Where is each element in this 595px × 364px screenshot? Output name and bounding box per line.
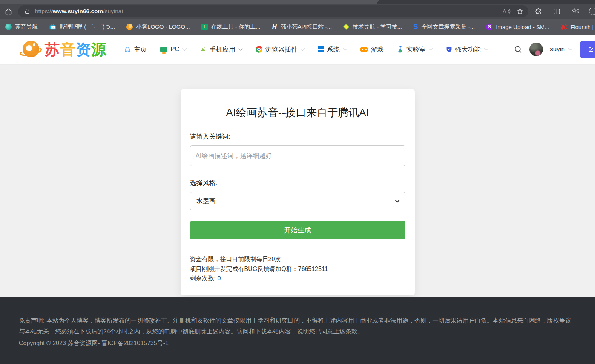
note-daily-limit: 资金有限，接口目前限制每日20次	[190, 254, 405, 264]
s-favicon: S	[413, 23, 418, 31]
window-top-strip	[0, 0, 595, 4]
chevron-down-icon	[182, 46, 187, 50]
nav-item-system[interactable]: 系统	[318, 45, 347, 54]
android-icon	[200, 47, 207, 52]
bookmark-xiaozhi-logo[interactable]: 小智LOGO - LOGO...	[126, 23, 190, 31]
url-path: /suyinai	[103, 8, 123, 14]
split-screen-icon	[553, 8, 561, 15]
windows-icon	[318, 46, 324, 52]
nav-item-pc[interactable]: PC	[160, 46, 186, 53]
nav-item-browser-plugins[interactable]: 浏览器插件	[256, 45, 304, 54]
planet-logo-icon	[21, 40, 42, 59]
chevron-down-icon	[343, 46, 347, 50]
style-select[interactable]: 水墨画	[190, 192, 405, 210]
header-right: suyin 投稿	[514, 41, 595, 58]
bookmark-hanxiaohan-api[interactable]: H 韩小韩API接口站 -...	[271, 23, 332, 31]
read-aloud-icon[interactable]: A	[502, 8, 511, 15]
h-favicon: H	[271, 23, 277, 31]
bookmark-suyin-nav[interactable]: 苏音导航	[5, 23, 38, 31]
bookmark-online-tools[interactable]: 工 在线工具 - 你的工...	[201, 23, 261, 31]
username: suyin	[550, 46, 565, 53]
gamepad-icon	[360, 47, 368, 52]
extensions-button[interactable]	[532, 5, 544, 17]
bookmark-article-search[interactable]: S 全网文章搜索采集 -...	[413, 23, 475, 31]
pc-icon	[160, 47, 167, 52]
edit-icon	[588, 46, 594, 52]
chevron-down-icon	[568, 46, 572, 50]
puzzle-icon	[534, 8, 542, 15]
address-bar[interactable]: https://www.suyin66.com/suyinai A	[18, 5, 528, 17]
tab-corner	[377, 0, 595, 4]
browser-toolbar: https://www.suyin66.com/suyinai A	[0, 4, 595, 19]
submit-post-button[interactable]: 投稿	[580, 41, 595, 58]
site-footer: 免责声明: 本站为个人博客，博客所发布的一切修改补丁、注册机和及软件的文章仅限用…	[0, 297, 595, 364]
split-screen-button[interactable]	[551, 5, 563, 17]
avatar[interactable]	[529, 43, 543, 56]
keyword-label: 请输入关键词:	[190, 132, 405, 141]
chevron-down-icon	[395, 198, 400, 203]
smms-favicon: S	[486, 24, 492, 30]
planet-favicon	[5, 24, 12, 30]
search-icon[interactable]	[514, 45, 523, 54]
note-bug-feedback: 项目刚刚开发完成有BUG反馈请加Q群：766512511	[190, 264, 405, 274]
page-body: AI绘画苏音--接口来自于腾讯AI 请输入关键词: 选择风格: 水墨画 开始生成…	[0, 64, 595, 297]
favorites-list-icon	[571, 8, 580, 15]
copyright-text: Copyright © 2023 苏音资源网- 晋ICP备2021015735号…	[19, 338, 576, 349]
lock-icon	[24, 8, 30, 14]
tech-nav-favicon	[343, 24, 350, 30]
nav-item-mobile-apps[interactable]: 手机应用	[200, 45, 242, 54]
nav-item-games[interactable]: 游戏	[360, 45, 384, 54]
chevron-down-icon	[301, 46, 305, 50]
toolbar-divider	[547, 8, 547, 15]
keyword-input[interactable]	[190, 145, 405, 166]
note-remaining-count: 剩余次数: 0	[190, 274, 405, 283]
notes: 资金有限，接口目前限制每日20次 项目刚刚开发完成有BUG反馈请加Q群：7665…	[190, 254, 405, 283]
main-nav: 主页 PC 手机应用 浏览器插件 系统 游戏 实验室	[124, 45, 488, 54]
flask-icon	[397, 46, 403, 53]
nav-item-power-features[interactable]: 强大功能	[446, 45, 488, 54]
home-icon	[5, 8, 12, 15]
disclaimer-text: 免责声明: 本站为个人博客，博客所发布的一切修改补丁、注册机和及软件的文章仅限用…	[19, 315, 576, 337]
nav-item-lab[interactable]: 实验室	[397, 45, 432, 54]
chrome-icon	[256, 46, 262, 53]
site-logo[interactable]: 苏音资源	[21, 39, 107, 60]
orange-circle-favicon	[126, 24, 133, 30]
site-logo-text: 苏音资源	[45, 39, 107, 60]
shield-icon	[446, 46, 452, 53]
flourish-favicon	[561, 24, 567, 30]
toolbar-partial-icon[interactable]	[589, 8, 595, 15]
bookmark-flourish[interactable]: Flourish | Data Visu...	[561, 24, 595, 30]
url-scheme: https://	[35, 8, 53, 14]
bookmark-bilibili[interactable]: 哔哩哔哩 ( ゜- ゜)つ...	[49, 23, 115, 31]
bilibili-favicon	[49, 24, 57, 30]
bookmark-image-upload[interactable]: S Image Upload - SM...	[486, 24, 549, 30]
bookmark-tech-nav[interactable]: 技术导航 - 学习技...	[343, 23, 402, 31]
favorites-list-button[interactable]	[569, 5, 581, 17]
chevron-down-icon	[484, 46, 488, 50]
site-header: 苏音资源 主页 PC 手机应用 浏览器插件 系统 游戏	[0, 35, 595, 64]
bookmarks-bar: 苏音导航 哔哩哔哩 ( ゜- ゜)つ... 小智LOGO - LOGO... 工…	[0, 19, 595, 35]
home-icon	[124, 46, 131, 53]
favorite-star-icon[interactable]	[516, 8, 524, 15]
style-label: 选择风格:	[190, 179, 405, 187]
svg-text:A: A	[503, 8, 506, 14]
tools-favicon: 工	[201, 24, 208, 30]
url-text[interactable]: https://www.suyin66.com/suyinai	[35, 8, 502, 15]
chevron-down-icon	[429, 46, 433, 50]
nav-item-home[interactable]: 主页	[124, 45, 147, 54]
page-title: AI绘画苏音--接口来自于腾讯AI	[190, 106, 405, 120]
user-menu[interactable]: suyin	[550, 46, 572, 53]
ai-drawing-card: AI绘画苏音--接口来自于腾讯AI 请输入关键词: 选择风格: 水墨画 开始生成…	[181, 89, 415, 295]
style-select-value: 水墨画	[196, 197, 216, 205]
home-button[interactable]	[2, 5, 14, 17]
generate-button[interactable]: 开始生成	[190, 221, 405, 239]
chevron-down-icon	[238, 46, 242, 50]
url-host: www.suyin66.com	[53, 8, 103, 14]
